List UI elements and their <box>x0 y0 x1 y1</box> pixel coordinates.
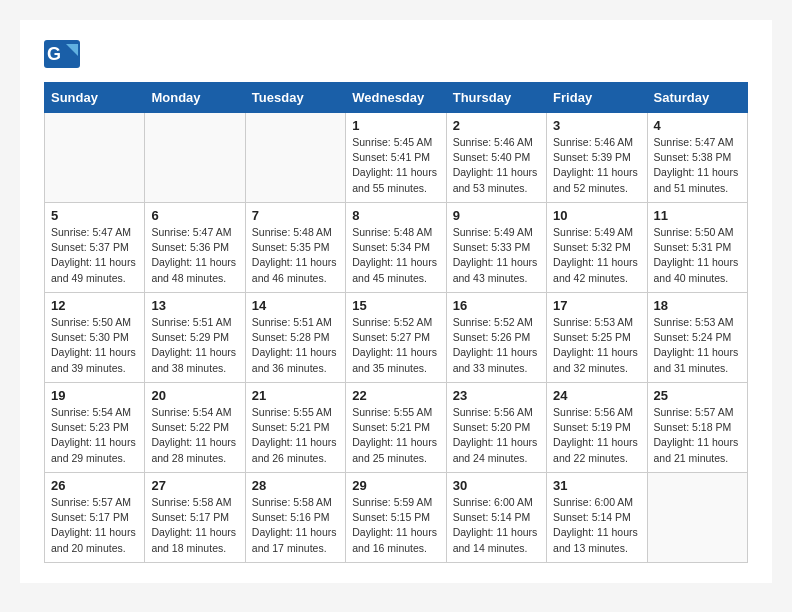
cell-info: Sunrise: 6:00 AM Sunset: 5:14 PM Dayligh… <box>553 495 640 556</box>
calendar-cell: 31Sunrise: 6:00 AM Sunset: 5:14 PM Dayli… <box>547 473 647 563</box>
calendar-week-4: 19Sunrise: 5:54 AM Sunset: 5:23 PM Dayli… <box>45 383 748 473</box>
cell-info: Sunrise: 5:53 AM Sunset: 5:25 PM Dayligh… <box>553 315 640 376</box>
day-number: 28 <box>252 478 339 493</box>
calendar-cell: 8Sunrise: 5:48 AM Sunset: 5:34 PM Daylig… <box>346 203 446 293</box>
cell-info: Sunrise: 5:57 AM Sunset: 5:18 PM Dayligh… <box>654 405 741 466</box>
cell-info: Sunrise: 5:51 AM Sunset: 5:28 PM Dayligh… <box>252 315 339 376</box>
weekday-header-row: SundayMondayTuesdayWednesdayThursdayFrid… <box>45 83 748 113</box>
calendar-cell: 4Sunrise: 5:47 AM Sunset: 5:38 PM Daylig… <box>647 113 747 203</box>
cell-info: Sunrise: 5:46 AM Sunset: 5:40 PM Dayligh… <box>453 135 540 196</box>
cell-info: Sunrise: 5:54 AM Sunset: 5:22 PM Dayligh… <box>151 405 238 466</box>
calendar-cell <box>45 113 145 203</box>
weekday-header-monday: Monday <box>145 83 245 113</box>
weekday-header-saturday: Saturday <box>647 83 747 113</box>
day-number: 20 <box>151 388 238 403</box>
day-number: 14 <box>252 298 339 313</box>
cell-info: Sunrise: 5:59 AM Sunset: 5:15 PM Dayligh… <box>352 495 439 556</box>
day-number: 16 <box>453 298 540 313</box>
weekday-header-thursday: Thursday <box>446 83 546 113</box>
cell-info: Sunrise: 5:50 AM Sunset: 5:31 PM Dayligh… <box>654 225 741 286</box>
logo-icon: G <box>44 40 80 72</box>
cell-info: Sunrise: 5:47 AM Sunset: 5:37 PM Dayligh… <box>51 225 138 286</box>
cell-info: Sunrise: 5:47 AM Sunset: 5:38 PM Dayligh… <box>654 135 741 196</box>
day-number: 3 <box>553 118 640 133</box>
calendar-week-2: 5Sunrise: 5:47 AM Sunset: 5:37 PM Daylig… <box>45 203 748 293</box>
day-number: 13 <box>151 298 238 313</box>
day-number: 21 <box>252 388 339 403</box>
cell-info: Sunrise: 5:49 AM Sunset: 5:32 PM Dayligh… <box>553 225 640 286</box>
calendar-cell: 10Sunrise: 5:49 AM Sunset: 5:32 PM Dayli… <box>547 203 647 293</box>
calendar-cell: 30Sunrise: 6:00 AM Sunset: 5:14 PM Dayli… <box>446 473 546 563</box>
cell-info: Sunrise: 5:52 AM Sunset: 5:26 PM Dayligh… <box>453 315 540 376</box>
cell-info: Sunrise: 5:52 AM Sunset: 5:27 PM Dayligh… <box>352 315 439 376</box>
logo: G <box>44 40 84 72</box>
cell-info: Sunrise: 6:00 AM Sunset: 5:14 PM Dayligh… <box>453 495 540 556</box>
calendar-cell: 14Sunrise: 5:51 AM Sunset: 5:28 PM Dayli… <box>245 293 345 383</box>
day-number: 1 <box>352 118 439 133</box>
calendar-cell: 28Sunrise: 5:58 AM Sunset: 5:16 PM Dayli… <box>245 473 345 563</box>
day-number: 31 <box>553 478 640 493</box>
day-number: 6 <box>151 208 238 223</box>
calendar-week-3: 12Sunrise: 5:50 AM Sunset: 5:30 PM Dayli… <box>45 293 748 383</box>
cell-info: Sunrise: 5:57 AM Sunset: 5:17 PM Dayligh… <box>51 495 138 556</box>
calendar-cell: 15Sunrise: 5:52 AM Sunset: 5:27 PM Dayli… <box>346 293 446 383</box>
svg-text:G: G <box>47 44 61 64</box>
day-number: 8 <box>352 208 439 223</box>
day-number: 9 <box>453 208 540 223</box>
calendar-cell <box>647 473 747 563</box>
cell-info: Sunrise: 5:47 AM Sunset: 5:36 PM Dayligh… <box>151 225 238 286</box>
calendar-cell: 17Sunrise: 5:53 AM Sunset: 5:25 PM Dayli… <box>547 293 647 383</box>
calendar-cell: 11Sunrise: 5:50 AM Sunset: 5:31 PM Dayli… <box>647 203 747 293</box>
cell-info: Sunrise: 5:46 AM Sunset: 5:39 PM Dayligh… <box>553 135 640 196</box>
cell-info: Sunrise: 5:48 AM Sunset: 5:34 PM Dayligh… <box>352 225 439 286</box>
cell-info: Sunrise: 5:45 AM Sunset: 5:41 PM Dayligh… <box>352 135 439 196</box>
day-number: 4 <box>654 118 741 133</box>
day-number: 7 <box>252 208 339 223</box>
calendar-cell: 7Sunrise: 5:48 AM Sunset: 5:35 PM Daylig… <box>245 203 345 293</box>
day-number: 17 <box>553 298 640 313</box>
day-number: 30 <box>453 478 540 493</box>
cell-info: Sunrise: 5:55 AM Sunset: 5:21 PM Dayligh… <box>352 405 439 466</box>
calendar-cell: 13Sunrise: 5:51 AM Sunset: 5:29 PM Dayli… <box>145 293 245 383</box>
cell-info: Sunrise: 5:54 AM Sunset: 5:23 PM Dayligh… <box>51 405 138 466</box>
cell-info: Sunrise: 5:53 AM Sunset: 5:24 PM Dayligh… <box>654 315 741 376</box>
day-number: 27 <box>151 478 238 493</box>
day-number: 11 <box>654 208 741 223</box>
page-container: G SundayMondayTuesdayWednesdayThursdayFr… <box>20 20 772 583</box>
calendar-cell: 19Sunrise: 5:54 AM Sunset: 5:23 PM Dayli… <box>45 383 145 473</box>
calendar-cell: 5Sunrise: 5:47 AM Sunset: 5:37 PM Daylig… <box>45 203 145 293</box>
calendar-cell: 18Sunrise: 5:53 AM Sunset: 5:24 PM Dayli… <box>647 293 747 383</box>
day-number: 22 <box>352 388 439 403</box>
cell-info: Sunrise: 5:56 AM Sunset: 5:19 PM Dayligh… <box>553 405 640 466</box>
calendar-table: SundayMondayTuesdayWednesdayThursdayFrid… <box>44 82 748 563</box>
calendar-week-1: 1Sunrise: 5:45 AM Sunset: 5:41 PM Daylig… <box>45 113 748 203</box>
calendar-cell <box>145 113 245 203</box>
day-number: 25 <box>654 388 741 403</box>
calendar-week-5: 26Sunrise: 5:57 AM Sunset: 5:17 PM Dayli… <box>45 473 748 563</box>
calendar-cell: 22Sunrise: 5:55 AM Sunset: 5:21 PM Dayli… <box>346 383 446 473</box>
calendar-cell: 16Sunrise: 5:52 AM Sunset: 5:26 PM Dayli… <box>446 293 546 383</box>
weekday-header-wednesday: Wednesday <box>346 83 446 113</box>
calendar-cell: 27Sunrise: 5:58 AM Sunset: 5:17 PM Dayli… <box>145 473 245 563</box>
day-number: 29 <box>352 478 439 493</box>
calendar-cell: 21Sunrise: 5:55 AM Sunset: 5:21 PM Dayli… <box>245 383 345 473</box>
cell-info: Sunrise: 5:48 AM Sunset: 5:35 PM Dayligh… <box>252 225 339 286</box>
calendar-cell: 12Sunrise: 5:50 AM Sunset: 5:30 PM Dayli… <box>45 293 145 383</box>
weekday-header-friday: Friday <box>547 83 647 113</box>
day-number: 15 <box>352 298 439 313</box>
calendar-cell: 29Sunrise: 5:59 AM Sunset: 5:15 PM Dayli… <box>346 473 446 563</box>
weekday-header-sunday: Sunday <box>45 83 145 113</box>
cell-info: Sunrise: 5:51 AM Sunset: 5:29 PM Dayligh… <box>151 315 238 376</box>
calendar-cell: 25Sunrise: 5:57 AM Sunset: 5:18 PM Dayli… <box>647 383 747 473</box>
header: G <box>44 40 748 72</box>
calendar-cell <box>245 113 345 203</box>
calendar-cell: 24Sunrise: 5:56 AM Sunset: 5:19 PM Dayli… <box>547 383 647 473</box>
cell-info: Sunrise: 5:56 AM Sunset: 5:20 PM Dayligh… <box>453 405 540 466</box>
day-number: 18 <box>654 298 741 313</box>
day-number: 2 <box>453 118 540 133</box>
day-number: 26 <box>51 478 138 493</box>
cell-info: Sunrise: 5:50 AM Sunset: 5:30 PM Dayligh… <box>51 315 138 376</box>
calendar-cell: 20Sunrise: 5:54 AM Sunset: 5:22 PM Dayli… <box>145 383 245 473</box>
calendar-cell: 23Sunrise: 5:56 AM Sunset: 5:20 PM Dayli… <box>446 383 546 473</box>
calendar-cell: 9Sunrise: 5:49 AM Sunset: 5:33 PM Daylig… <box>446 203 546 293</box>
